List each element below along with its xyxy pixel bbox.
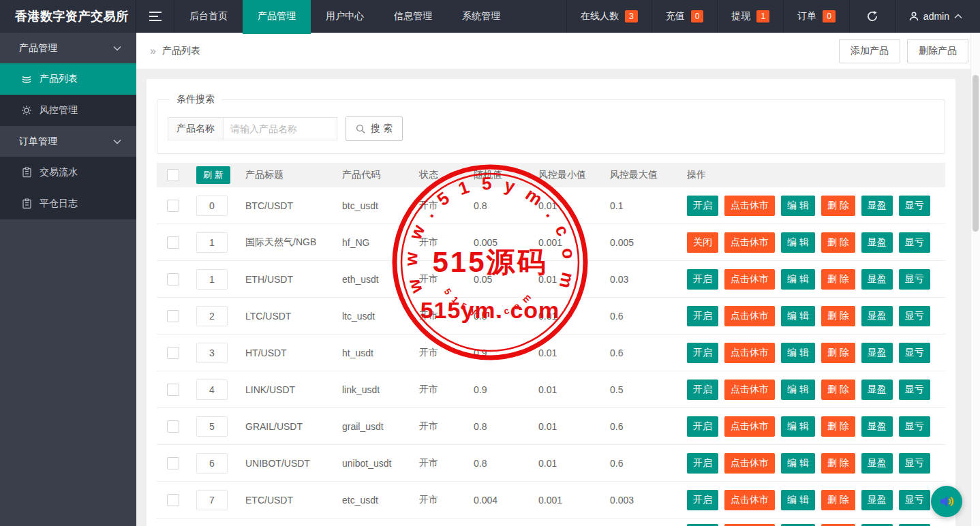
sort-order-input[interactable] [196,343,228,363]
sort-order-input[interactable] [196,196,228,216]
stat-online-users[interactable]: 在线人数 3 [566,0,652,33]
delete-button[interactable]: 删 除 [821,196,855,216]
toggle-open-button[interactable]: 开启 [687,269,718,290]
delete-button[interactable]: 删 除 [821,343,855,363]
show-profit-button[interactable]: 显盈 [861,269,893,290]
suspend-market-button[interactable]: 点击休市 [724,490,775,510]
show-profit-button[interactable]: 显盈 [861,453,893,474]
search-button[interactable]: 搜 索 [346,117,403,141]
sidebar-item-close-log[interactable]: 平仓日志 [0,188,136,219]
row-checkbox[interactable] [167,236,179,249]
show-profit-button[interactable]: 显盈 [861,343,893,363]
nav-item-system[interactable]: 系统管理 [447,0,515,33]
select-all-checkbox[interactable] [167,169,179,181]
show-profit-button[interactable]: 显盈 [861,416,893,437]
show-profit-button[interactable]: 显盈 [861,306,893,326]
suspend-market-button[interactable]: 点击休市 [724,269,775,290]
sound-toggle-button[interactable] [931,486,962,517]
show-profit-button[interactable]: 显盈 [861,490,893,510]
sort-order-input[interactable] [196,416,228,437]
stat-withdraw[interactable]: 提现 1 [717,0,783,33]
suspend-market-button[interactable]: 点击休市 [724,453,775,474]
toggle-open-button[interactable]: 开启 [687,343,718,363]
suspend-market-button[interactable]: 点击休市 [724,232,775,253]
sidebar-group-orders[interactable]: 订单管理 [0,126,136,157]
suspend-market-button[interactable]: 点击休市 [724,306,775,326]
delete-button[interactable]: 删 除 [821,269,855,290]
delete-product-button[interactable]: 删除产品 [907,39,968,63]
scrollbar[interactable] [970,33,980,526]
stat-recharge[interactable]: 充值 0 [652,0,718,33]
table-row: BTC/USDT btc_usdt 开市 0.8 0.01 0.1 开启 点击休… [157,187,945,224]
toggle-open-button[interactable]: 开启 [687,196,718,216]
sort-order-input[interactable] [196,490,228,510]
edit-button[interactable]: 编 辑 [781,232,815,253]
edit-button[interactable]: 编 辑 [781,343,815,363]
scrollbar-thumb[interactable] [973,75,979,232]
show-profit-button[interactable]: 显盈 [861,232,893,253]
show-loss-button[interactable]: 显亏 [899,269,930,290]
suspend-market-button[interactable]: 点击休市 [724,416,775,437]
show-loss-button[interactable]: 显亏 [899,380,930,400]
toggle-open-button[interactable]: 开启 [687,416,718,437]
row-checkbox[interactable] [167,200,179,212]
row-checkbox[interactable] [167,273,179,285]
sidebar-item-product-list[interactable]: 产品列表 [0,63,136,95]
sidebar-item-trade-flow[interactable]: 交易流水 [0,157,136,188]
delete-button[interactable]: 删 除 [821,306,855,326]
menu-toggle-icon[interactable] [136,0,174,33]
show-profit-button[interactable]: 显盈 [861,196,893,216]
show-loss-button[interactable]: 显亏 [899,490,930,510]
refresh-button[interactable] [849,0,895,33]
suspend-market-button[interactable]: 点击休市 [724,380,775,400]
sort-order-input[interactable] [196,453,228,474]
stat-orders[interactable]: 订单 0 [783,0,849,33]
refresh-table-button[interactable]: 刷 新 [196,166,230,184]
row-checkbox[interactable] [167,457,179,469]
suspend-market-button[interactable]: 点击休市 [724,343,775,363]
show-loss-button[interactable]: 显亏 [899,416,930,437]
show-loss-button[interactable]: 显亏 [899,306,930,326]
show-loss-button[interactable]: 显亏 [899,232,930,253]
show-profit-button[interactable]: 显盈 [861,380,893,400]
toggle-open-button[interactable]: 开启 [687,490,718,510]
nav-item-products[interactable]: 产品管理 [243,0,311,33]
row-checkbox[interactable] [167,310,179,322]
delete-button[interactable]: 删 除 [821,490,855,510]
sort-order-input[interactable] [196,232,228,253]
row-checkbox[interactable] [167,494,179,506]
edit-button[interactable]: 编 辑 [781,453,815,474]
delete-button[interactable]: 删 除 [821,380,855,400]
sort-order-input[interactable] [196,380,228,400]
edit-button[interactable]: 编 辑 [781,196,815,216]
show-loss-button[interactable]: 显亏 [899,453,930,474]
delete-button[interactable]: 删 除 [821,416,855,437]
toggle-open-button[interactable]: 开启 [687,306,718,326]
row-checkbox[interactable] [167,420,179,433]
edit-button[interactable]: 编 辑 [781,269,815,290]
nav-item-users[interactable]: 用户中心 [311,0,379,33]
sort-order-input[interactable] [196,269,228,290]
edit-button[interactable]: 编 辑 [781,416,815,437]
sidebar-group-products[interactable]: 产品管理 [0,33,136,63]
toggle-open-button[interactable]: 开启 [687,453,718,474]
product-name-input[interactable] [223,117,337,140]
add-product-button[interactable]: 添加产品 [839,39,900,63]
edit-button[interactable]: 编 辑 [781,306,815,326]
row-checkbox[interactable] [167,347,179,359]
sidebar-item-risk-control[interactable]: 风控管理 [0,95,136,126]
toggle-open-button[interactable]: 开启 [687,380,718,400]
suspend-market-button[interactable]: 点击休市 [724,196,775,216]
sort-order-input[interactable] [196,306,228,326]
show-loss-button[interactable]: 显亏 [899,343,930,363]
nav-item-dashboard[interactable]: 后台首页 [174,0,243,33]
row-checkbox[interactable] [167,384,179,396]
delete-button[interactable]: 删 除 [821,232,855,253]
nav-item-messages[interactable]: 信息管理 [379,0,447,33]
edit-button[interactable]: 编 辑 [781,380,815,400]
edit-button[interactable]: 编 辑 [781,490,815,510]
show-loss-button[interactable]: 显亏 [899,196,930,216]
user-menu[interactable]: admin [895,0,980,33]
delete-button[interactable]: 删 除 [821,453,855,474]
toggle-open-button[interactable]: 关闭 [687,232,718,253]
